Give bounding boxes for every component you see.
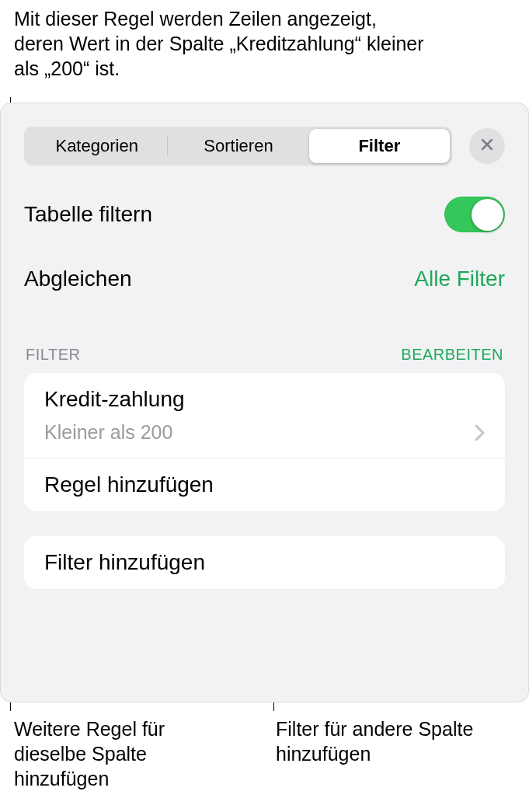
add-filter-row[interactable]: Filter hinzufügen (24, 536, 505, 589)
chevron-right-icon (475, 424, 485, 441)
tab-filter-label: Filter (358, 136, 400, 156)
filter-panel: Kategorien Sortieren Filter Tabelle filt… (0, 103, 529, 702)
filter-section-title: FILTER (26, 346, 80, 364)
filter-column-name: Kredit-zahlung (44, 387, 185, 412)
tab-categories[interactable]: Kategorien (26, 129, 167, 163)
tab-categories-label: Kategorien (55, 136, 137, 156)
filter-section-header: FILTER BEARBEITEN (24, 346, 505, 364)
filter-table-row: Tabelle filtern (24, 186, 505, 243)
match-row[interactable]: Abgleichen Alle Filter (24, 243, 505, 302)
filter-rule-card: Kredit-zahlung Kleiner als 200 Regel hin… (24, 373, 505, 511)
tab-sort[interactable]: Sortieren (168, 129, 308, 163)
close-button[interactable] (469, 128, 505, 164)
filter-condition-text: Kleiner als 200 (44, 421, 172, 444)
filter-column-row: Kredit-zahlung (24, 373, 505, 416)
tab-filter[interactable]: Filter (309, 129, 450, 163)
add-rule-label: Regel hinzufügen (44, 472, 214, 497)
match-value: Alle Filter (414, 267, 505, 291)
edit-button[interactable]: BEARBEITEN (401, 346, 503, 364)
match-label: Abgleichen (24, 267, 132, 291)
callout-bottom-right-text: Filter für andere Spalte hinzufügen (276, 716, 493, 766)
add-rule-row[interactable]: Regel hinzufügen (24, 458, 505, 511)
callout-bottom-left-text: Weitere Regel für dieselbe Spalte hinzuf… (14, 716, 231, 791)
filter-condition-row[interactable]: Kleiner als 200 (24, 416, 505, 458)
filter-table-toggle[interactable] (444, 197, 505, 232)
segmented-control: Kategorien Sortieren Filter (24, 127, 452, 166)
toggle-knob (472, 199, 503, 231)
add-filter-label: Filter hinzufügen (44, 550, 205, 575)
panel-header-row: Kategorien Sortieren Filter (24, 127, 505, 166)
close-icon (479, 137, 495, 155)
tab-sort-label: Sortieren (204, 136, 273, 156)
callout-top-text: Mit dieser Regel werden Zeilen angezeigt… (14, 6, 426, 81)
filter-table-label: Tabelle filtern (24, 202, 152, 227)
add-filter-card: Filter hinzufügen (24, 536, 505, 589)
